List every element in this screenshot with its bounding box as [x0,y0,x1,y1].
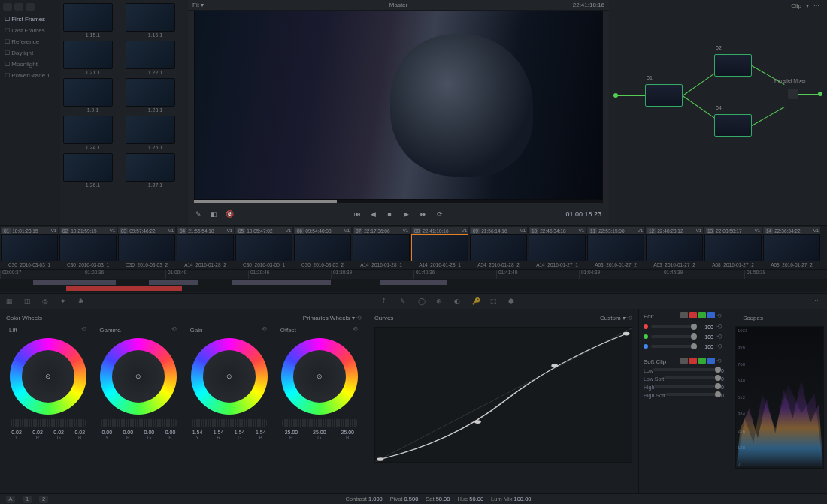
offset-jog[interactable] [282,419,357,427]
wipe-icon[interactable]: ◧ [211,210,220,219]
tag-powergrade-1[interactable]: ☐ PowerGrade 1 [0,70,60,81]
clip-09[interactable]: 0921:56:14:16V1A54_2016-01-28_2 [469,226,528,269]
viewer-canvas[interactable] [194,11,603,200]
sc-chip-y[interactable] [680,358,688,364]
clip-12[interactable]: 1222:48:23:12V1A03_2016-01-27_2 [645,226,704,269]
node-options-icon[interactable]: ⋯ [813,1,822,10]
tag-daylight[interactable]: ☐ Daylight [0,47,60,59]
slider-reset-2-icon[interactable]: ⟲ [716,343,724,350]
curve-tool-icon[interactable]: ⤴ [382,297,391,306]
last-frame-icon[interactable]: ⏭ [420,210,429,219]
edit-chip-y[interactable] [680,312,688,318]
layout-btn-c[interactable] [26,3,35,11]
layout-btn-b[interactable] [14,3,23,11]
gain-reset-icon[interactable]: ⟲ [261,326,268,333]
play-icon[interactable]: ▶ [404,210,413,219]
lummix-value[interactable]: 100.00 [514,496,532,502]
curves-reset-icon[interactable]: ⟲ [627,315,632,321]
clip-04[interactable]: 0421:55:54:18V1A14_2016-01-28_2 [176,226,235,269]
clip-01[interactable]: 0110:01:23:15V1C30_2016-03-03_1 [0,226,59,269]
loop-icon[interactable]: ⟳ [437,210,446,219]
timeline[interactable]: 00:00:3701:00:3601:00:4001:20:4601:30:39… [0,269,827,293]
lift-jog[interactable] [11,419,86,427]
scopes-toggle-icon[interactable]: ⋯ [812,297,821,306]
still-thumb[interactable] [63,41,113,69]
still-thumb[interactable] [63,3,113,32]
sizing-tool-icon[interactable]: ⬚ [490,297,499,306]
target-icon[interactable]: ◎ [42,297,51,306]
softclip-low-slider[interactable] [653,368,721,371]
softclip-high-slider[interactable] [654,385,721,388]
gamma-wheel[interactable] [100,338,177,415]
contrast-value[interactable]: 1.000 [368,496,383,502]
lift-reset-icon[interactable]: ⟲ [80,326,87,333]
page-a-button[interactable]: A [6,496,15,503]
pen-tool-icon[interactable]: ✎ [400,297,409,306]
page-2-button[interactable]: 2 [39,496,48,503]
intensity-slider-2[interactable]: .slider-track::before{left:calc(100% - 8… [651,345,697,348]
curve-canvas[interactable] [374,327,632,463]
key-tool-icon[interactable]: 🔑 [472,297,481,306]
blur-tool-icon[interactable]: ◐ [454,297,463,306]
sat-value[interactable]: 50.00 [436,496,450,502]
still-thumb[interactable] [126,3,175,32]
gamma-jog[interactable] [101,419,176,427]
still-thumb[interactable] [126,78,175,107]
mute-icon[interactable]: 🔇 [226,210,235,219]
clip-03[interactable]: 0309:57:46:22V1C30_2016-03-03_2 [117,226,176,269]
picker-icon[interactable]: ✎ [195,210,204,219]
clip-strip[interactable]: 0110:01:23:15V1C30_2016-03-03_10210:21:5… [0,225,827,269]
clip-06[interactable]: 0609:54:40:08V1C30_2016-03-05_2 [293,226,352,269]
tag-reference[interactable]: ☐ Reference [0,36,60,47]
still-thumb[interactable] [63,116,113,144]
edit-reset-icon[interactable]: ⟲ [716,312,724,320]
parallel-mixer-node[interactable] [788,89,798,99]
gamma-reset-icon[interactable]: ⟲ [171,326,178,333]
sc-chip-r[interactable] [689,358,697,364]
node-02[interactable] [714,54,752,77]
clip-05[interactable]: 0510:05:47:02V1C30_2016-03-05_1 [235,226,293,269]
page-1-button[interactable]: 1 [23,496,32,503]
wheels-mode[interactable]: Primaries Wheels [303,315,350,321]
node-01[interactable] [645,84,683,107]
offset-wheel[interactable] [281,338,358,415]
hue-value[interactable]: 50.00 [469,496,483,502]
tracker-tool-icon[interactable]: ⊕ [436,297,445,306]
edit-chip-r[interactable] [689,312,697,318]
tag-moonlight[interactable]: ☐ Moonlight [0,59,60,70]
tag-last-frames[interactable]: ☐ Last Frames [0,25,60,36]
window-tool-icon[interactable]: ◯ [418,297,427,306]
still-thumb[interactable] [126,153,175,182]
slider-reset-0-icon[interactable]: ⟲ [716,323,724,330]
intensity-slider-0[interactable]: .slider-track::before{left:calc(100% - 8… [651,325,697,328]
clip-14[interactable]: 1422:36:34:22V1A08_2016-01-27_2 [762,226,821,269]
scope-canvas[interactable]: 10238967686405123842561280 [735,326,824,469]
pivot-value[interactable]: 0.500 [404,496,419,502]
curves-mode[interactable]: Custom [600,315,621,321]
clip-02[interactable]: 0210:21:59:15V1C30_2016-03-03_1 [59,226,117,269]
still-thumb[interactable] [63,153,113,182]
3d-tool-icon[interactable]: ⬢ [508,297,517,306]
clip-13[interactable]: 1322:03:58:17V1A08_2016-01-27_2 [704,226,762,269]
still-thumb[interactable] [63,78,113,107]
clip-10[interactable]: 1022:46:34:18V1A14_2016-01-27_1 [528,226,586,269]
sc-chip-g[interactable] [698,358,706,364]
gain-wheel[interactable] [191,338,268,415]
softclip-low-soft-slider[interactable] [664,376,721,379]
gallery-icon[interactable]: ▦ [6,297,15,306]
node-graph[interactable]: 01 02 04 Parallel Mixer [609,11,827,225]
first-frame-icon[interactable]: ⏮ [354,210,363,219]
fx-icon[interactable]: ✱ [78,297,87,306]
still-thumb[interactable] [126,41,175,69]
slider-reset-1-icon[interactable]: ⟲ [716,333,724,340]
star-icon[interactable]: ✦ [60,297,69,306]
stop-icon[interactable]: ■ [387,210,396,219]
clip-08[interactable]: 0822:41:18:16V1A14_2016-01-28_1 [410,226,469,269]
node-04[interactable] [714,114,752,137]
lift-wheel[interactable] [10,338,86,415]
softclip-reset-icon[interactable]: ⟲ [716,358,724,365]
clip-mode-dropdown[interactable]: Clip [791,2,801,9]
offset-reset-icon[interactable]: ⟲ [351,326,359,333]
playhead[interactable] [108,279,108,292]
layout-btn-a[interactable] [3,3,12,11]
